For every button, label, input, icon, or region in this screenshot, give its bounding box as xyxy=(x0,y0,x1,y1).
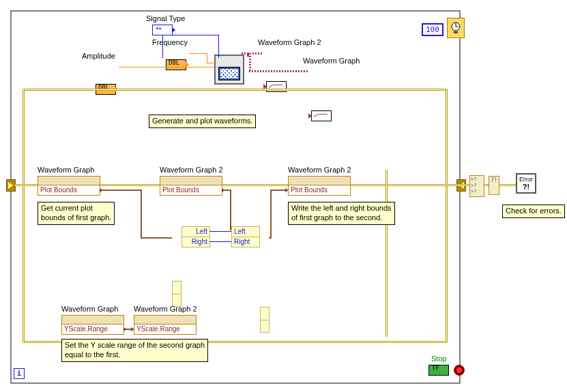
wire xyxy=(101,190,142,191)
unbundle1-left: Left xyxy=(196,228,207,235)
svg-rect-3 xyxy=(454,31,458,33)
seq-border xyxy=(446,89,448,343)
merge-errors-function: >?>?>? xyxy=(469,175,484,197)
comment-generate: Generate and plot waveforms. xyxy=(149,115,256,128)
stop-tf: TF xyxy=(432,365,439,372)
wait-ms-value: 100 xyxy=(426,25,439,34)
frequency-control[interactable]: DBL xyxy=(166,59,186,70)
pn-wg1-label: Waveform Graph xyxy=(38,166,94,174)
error-wire xyxy=(465,184,469,186)
seq-border xyxy=(23,89,25,343)
signal-type-control[interactable]: ◂▸ xyxy=(152,25,173,35)
wg2-top-label: Waveform Graph 2 xyxy=(258,38,321,46)
wire xyxy=(119,67,214,67)
pn-yw1-label: Waveform Graph xyxy=(61,305,118,313)
signal-type-label: Signal Type xyxy=(146,14,185,22)
wait-ms-function-icon xyxy=(447,18,465,38)
merge-errors-out: ?! xyxy=(489,176,499,195)
wire xyxy=(162,35,218,35)
wire xyxy=(218,35,219,58)
loop-tunnel-left xyxy=(6,179,16,192)
wire xyxy=(209,231,231,232)
wire xyxy=(141,237,172,239)
wire xyxy=(189,53,207,54)
wg-indicator[interactable] xyxy=(311,110,332,121)
comment-get-bounds: Get current plot bounds of first graph. xyxy=(38,202,115,225)
pn-yw1[interactable]: YScale.Range xyxy=(61,315,124,335)
comment-check-errors: Check for errors. xyxy=(502,205,565,218)
wire xyxy=(270,190,288,191)
wire xyxy=(207,53,207,63)
wire xyxy=(269,237,272,239)
loop-stop-terminal xyxy=(454,365,465,376)
waveform-generator-subvi[interactable] xyxy=(214,55,244,85)
unbundle-strip-1 xyxy=(172,281,181,307)
unbundle1-right: Right xyxy=(192,238,207,245)
pn-wg2a-label: Waveform Graph 2 xyxy=(160,166,223,174)
wire xyxy=(162,35,163,58)
pn-yw2-label: Waveform Graph 2 xyxy=(134,305,197,313)
wire xyxy=(249,70,309,72)
pn-wg1[interactable]: Plot Bounds xyxy=(38,176,100,196)
pn-wg2b-label: Waveform Graph 2 xyxy=(288,166,351,174)
pn-wg2a-prop: Plot Bounds xyxy=(162,186,199,194)
pn-wg2b-prop: Plot Bounds xyxy=(291,186,328,194)
seq-divider xyxy=(386,170,388,337)
pn-wg1-prop: Plot Bounds xyxy=(40,186,77,194)
stop-row: TF xyxy=(428,365,465,377)
pn-wg2a[interactable]: Plot Bounds xyxy=(160,176,222,196)
wait-ms-constant[interactable]: 100 xyxy=(422,23,444,36)
bundle2-right: Right xyxy=(234,238,250,245)
wire xyxy=(230,190,231,230)
wg-top-label: Waveform Graph xyxy=(303,57,360,65)
comment-yscale: Set the Y scale range of the second grap… xyxy=(61,339,208,362)
error-text: Error xyxy=(519,176,533,183)
error-wire xyxy=(483,184,489,186)
error-indicator[interactable]: Error?! xyxy=(516,173,536,194)
pn-yw2[interactable]: YScale.Range xyxy=(134,315,197,335)
wire xyxy=(209,241,231,242)
stop-button[interactable]: TF xyxy=(428,365,449,376)
wire xyxy=(141,190,142,239)
stop-label: Stop xyxy=(431,355,447,363)
error-wire xyxy=(499,184,516,186)
pn-yw1-prop: YScale.Range xyxy=(64,325,108,333)
unbundle-1[interactable]: Left Right xyxy=(181,226,210,247)
wire xyxy=(242,52,263,55)
seq-border xyxy=(23,89,447,91)
pn-wg2b[interactable]: Plot Bounds xyxy=(288,176,351,196)
pn-yw2-prop: YScale.Range xyxy=(136,325,180,333)
frequency-label: Frequency xyxy=(152,38,188,46)
wire xyxy=(249,52,251,71)
wire xyxy=(207,63,215,63)
bundle2-left: Left xyxy=(234,228,246,235)
comment-write-bounds: Write the left and right bounds of first… xyxy=(288,202,395,225)
wire xyxy=(270,190,272,239)
bundle-strip-2 xyxy=(260,307,270,333)
amplitude-label: Amplitude xyxy=(82,52,115,60)
wire xyxy=(125,329,133,330)
iteration-terminal: i xyxy=(14,368,25,379)
bundle-2[interactable]: Left Right xyxy=(231,226,260,247)
